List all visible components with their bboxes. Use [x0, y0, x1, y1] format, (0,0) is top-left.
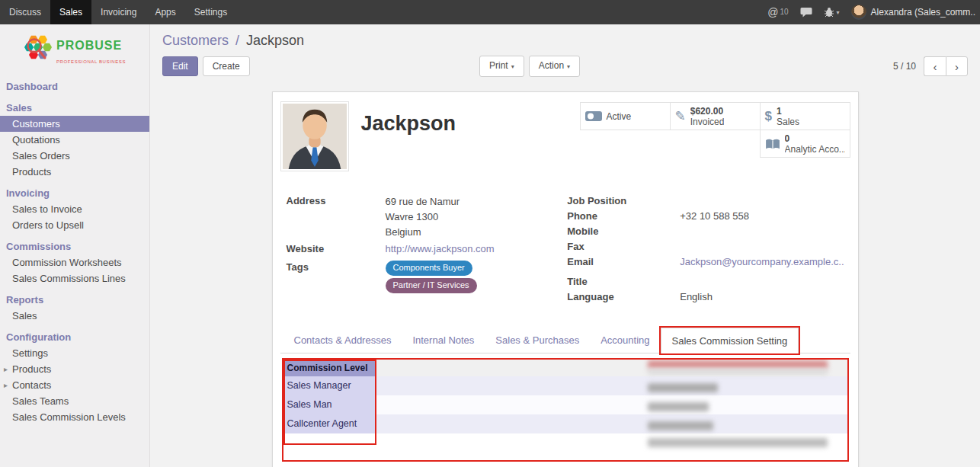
expand-arrow-icon[interactable]: ▸: [4, 361, 8, 377]
tag-components-buyer: Components Buyer: [386, 261, 472, 276]
email-field: Email Jackpson@yourcompany.example.c..: [567, 255, 844, 268]
menu-settings[interactable]: Settings: [185, 0, 236, 24]
create-button[interactable]: Create: [203, 56, 250, 76]
pager-next-button[interactable]: ›: [946, 56, 968, 76]
breadcrumb: Customers / Jackpson: [162, 32, 968, 49]
chevron-down-icon: ▾: [837, 9, 840, 16]
expand-arrow-icon[interactable]: ▸: [4, 377, 8, 393]
mention-count-badge: 10: [780, 8, 788, 16]
menu-discuss[interactable]: Discuss: [0, 0, 50, 24]
tags-field: Tags Components Buyer Partner / IT Servi…: [287, 261, 568, 293]
job-position-field: Job Position: [567, 194, 844, 207]
title-field: Title: [567, 275, 844, 288]
sidebar-nav: Dashboard Sales Customers Quotations Sal…: [0, 78, 149, 425]
sales-stat-button[interactable]: $ 1 Sales: [760, 102, 850, 130]
tab-internal-notes[interactable]: Internal Notes: [402, 328, 485, 353]
tab-sales-purchases[interactable]: Sales & Purchases: [485, 328, 590, 353]
book-icon: [765, 138, 780, 150]
debug-menu[interactable]: ▾: [824, 7, 840, 18]
sidebar-item-settings[interactable]: Settings: [0, 345, 149, 361]
record-title: Jackpson: [361, 112, 456, 136]
sidebar-item-commission-worksheets[interactable]: Commission Worksheets: [0, 254, 149, 270]
sidebar-item-sales-commission-levels[interactable]: Sales Commission Levels: [0, 409, 149, 425]
table-row-sales-man[interactable]: Sales Man: [283, 395, 847, 414]
user-avatar: [851, 5, 866, 20]
sidebar-header-invoicing: Invoicing: [0, 184, 149, 201]
pager: ‹ ›: [924, 56, 968, 76]
chevron-down-icon: ▾: [567, 63, 570, 70]
edit-pencil-icon: ✎: [675, 108, 686, 124]
analytic-accounts-stat-button[interactable]: 0 Analytic Acco...: [760, 130, 850, 158]
language-value: English: [680, 290, 713, 303]
address-field: Address 69 rue de Namur Wavre 1300 Belgi…: [287, 194, 568, 240]
tags-label: Tags: [287, 261, 386, 293]
redacted-content: [648, 402, 709, 411]
email-link[interactable]: Jackpson@yourcompany.example.c..: [680, 255, 844, 268]
messages-icon[interactable]: [800, 7, 812, 18]
sidebar-item-sales-teams[interactable]: Sales Teams: [0, 393, 149, 409]
sidebar-header-configuration: Configuration: [0, 328, 149, 345]
user-name: Alexandra (Sales_comm..: [871, 7, 975, 18]
control-panel-buttons: Edit Create Print▾ Action▾ 5 / 10 ‹ ›: [162, 56, 968, 76]
mentions-indicator[interactable]: @ 10: [767, 6, 788, 18]
stat-label-active: Active: [607, 111, 632, 122]
sidebar-item-config-contacts[interactable]: ▸Contacts: [0, 377, 149, 393]
logo-subtitle: PROFESSIONAL BUSINESS: [56, 59, 126, 64]
pager-previous-button[interactable]: ‹: [924, 56, 946, 76]
tab-sales-commission-setting[interactable]: Sales Commission Setting: [661, 328, 799, 353]
table-row-sales-manager[interactable]: Sales Manager: [283, 376, 847, 395]
website-link[interactable]: http://www.jackpson.com: [386, 242, 495, 255]
active-toggle-icon: [585, 110, 602, 122]
menu-invoicing[interactable]: Invoicing: [91, 0, 146, 24]
sidebar-item-config-products[interactable]: ▸Products: [0, 361, 149, 377]
tab-contacts-addresses[interactable]: Contacts & Addresses: [283, 328, 402, 353]
sidebar-header-dashboard: Dashboard: [0, 78, 149, 94]
action-dropdown[interactable]: Action▾: [529, 56, 580, 77]
table-row-callcenter-agent[interactable]: Callcenter Agent: [283, 414, 847, 433]
menu-sales[interactable]: Sales: [50, 0, 91, 24]
sidebar-item-orders-to-upsell[interactable]: Orders to Upsell: [0, 217, 149, 233]
phone-value: +32 10 588 558: [680, 210, 749, 222]
commission-level-cell: Sales Manager: [283, 376, 375, 395]
phone-field: Phone +32 10 588 558: [567, 210, 844, 222]
print-label: Print: [489, 60, 508, 71]
email-label: Email: [567, 255, 680, 268]
phone-label: Phone: [567, 210, 680, 222]
sidebar-header-reports: Reports: [0, 291, 149, 308]
breadcrumb-customers-link[interactable]: Customers: [162, 33, 229, 48]
sidebar-item-sales-to-invoice[interactable]: Sales to Invoice: [0, 201, 149, 217]
top-navbar: Discuss Sales Invoicing Apps Settings @ …: [0, 0, 980, 24]
chevron-down-icon: ▾: [511, 63, 514, 70]
probuse-logo[interactable]: PROBUSE PROFESSIONAL BUSINESS: [0, 24, 149, 76]
user-menu[interactable]: Alexandra (Sales_comm..: [851, 5, 975, 20]
sidebar-item-customers[interactable]: Customers: [0, 116, 149, 132]
sidebar: PROBUSE PROFESSIONAL BUSINESS Dashboard …: [0, 24, 150, 467]
sidebar-item-label: Contacts: [12, 379, 51, 391]
column-header-commission-level[interactable]: Commission Level: [283, 360, 375, 376]
sidebar-item-sales-commissions-lines[interactable]: Sales Commissions Lines: [0, 270, 149, 286]
sales-label: Sales: [777, 117, 799, 127]
redacted-content: [648, 369, 828, 375]
fax-field: Fax: [567, 240, 844, 253]
action-label: Action: [539, 60, 564, 71]
commission-level-cell: Callcenter Agent: [283, 414, 375, 433]
sidebar-item-reports-sales[interactable]: Sales: [0, 308, 149, 324]
customer-form-sheet: Active ✎ $620.00 Invoiced $ 1 Sales: [272, 91, 859, 467]
invoiced-stat-button[interactable]: ✎ $620.00 Invoiced: [670, 102, 761, 130]
print-dropdown[interactable]: Print▾: [479, 56, 524, 77]
job-position-label: Job Position: [567, 194, 680, 207]
sidebar-item-products[interactable]: Products: [0, 164, 149, 180]
chat-bubble-icon: [800, 7, 812, 18]
app-menu: Discuss Sales Invoicing Apps Settings: [0, 0, 236, 24]
edit-button[interactable]: Edit: [162, 56, 198, 76]
tag-partner-it-services: Partner / IT Services: [386, 278, 477, 293]
active-stat-button[interactable]: Active: [580, 102, 671, 130]
sidebar-item-quotations[interactable]: Quotations: [0, 132, 149, 148]
sidebar-header-sales: Sales: [0, 99, 149, 116]
menu-apps[interactable]: Apps: [146, 0, 184, 24]
tab-accounting[interactable]: Accounting: [590, 328, 660, 353]
bug-icon: [824, 7, 834, 18]
redacted-content: [648, 360, 828, 369]
sidebar-item-sales-orders[interactable]: Sales Orders: [0, 148, 149, 164]
redacted-content: [648, 421, 713, 430]
